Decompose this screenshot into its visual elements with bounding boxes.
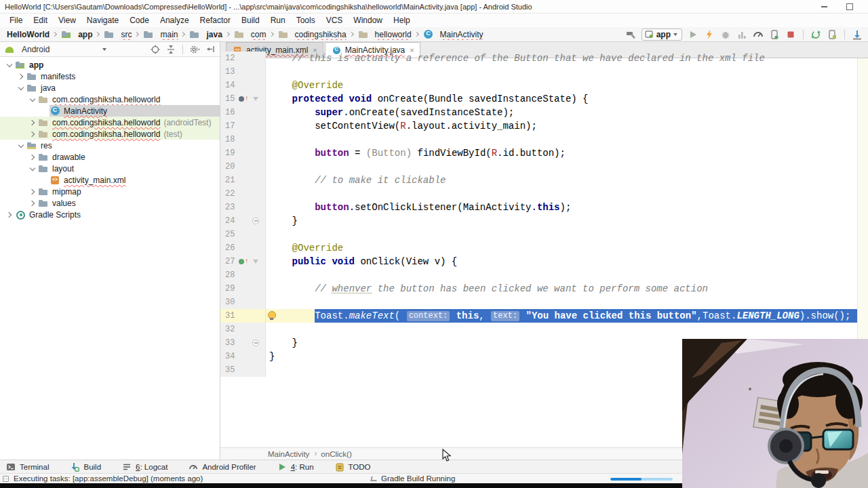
minimize-icon[interactable] — [814, 1, 834, 12]
crumb-HelloWorld[interactable]: HelloWorld — [7, 30, 50, 39]
tree-item-com-codingshiksha-helloworld[interactable]: com.codingshiksha.helloworld — [0, 94, 220, 105]
crumb-helloworld[interactable]: helloworld — [358, 29, 412, 40]
tree-item-manifests[interactable]: manifests — [0, 70, 220, 82]
stop-icon[interactable] — [785, 29, 796, 40]
tree-item-com-codingshiksha-helloworld[interactable]: com.codingshiksha.helloworld(androidTest… — [0, 117, 220, 128]
chevron-collapsed-icon[interactable] — [17, 73, 26, 81]
menu-refactor[interactable]: Refactor — [195, 14, 236, 26]
crumb-app[interactable]: app — [61, 29, 92, 40]
tree-item-drawable[interactable]: drawable — [0, 151, 220, 163]
menu-tools[interactable]: Tools — [291, 14, 321, 26]
menu-build[interactable]: Build — [236, 14, 265, 26]
code-line-21[interactable]: 21 // to make it clickable — [220, 174, 868, 187]
code-line-14[interactable]: 14 @Override — [220, 79, 868, 92]
code-line-12[interactable]: 12 // this is actually a reference of th… — [220, 52, 868, 65]
code-line-13[interactable]: 13 — [220, 65, 868, 79]
tree-item-java[interactable]: java — [0, 82, 220, 94]
run-configuration-select[interactable]: app — [642, 28, 682, 41]
tree-item-com-codingshiksha-helloworld[interactable]: com.codingshiksha.helloworld(test) — [0, 128, 220, 140]
code-line-27[interactable]: 27 public void onClick(View v) { — [220, 255, 868, 268]
menu-code[interactable]: Code — [124, 14, 155, 26]
chevron-expanded-icon[interactable] — [17, 142, 26, 150]
maximize-icon[interactable] — [840, 1, 860, 12]
code-line-17[interactable]: 17 setContentView(R.layout.activity_main… — [220, 119, 868, 133]
code-line-26[interactable]: 26 @Override — [220, 241, 868, 255]
menu-analyze[interactable]: Analyze — [155, 14, 195, 26]
code-line-30[interactable]: 30 — [220, 296, 868, 309]
chevron-collapsed-icon[interactable] — [5, 211, 15, 219]
tool-window-button-android-profiler[interactable]: Android Profiler — [188, 462, 256, 472]
fold-close-icon[interactable] — [252, 338, 260, 348]
menu-view[interactable]: View — [53, 14, 81, 26]
tool-window-button-terminal[interactable]: Terminal — [5, 462, 49, 472]
chevron-collapsed-icon[interactable] — [28, 119, 38, 127]
tree-item-mipmap[interactable]: mipmap — [0, 186, 220, 197]
implement-marker-icon[interactable] — [238, 257, 252, 266]
tree-item-mainactivity[interactable]: MainActivity — [0, 105, 220, 117]
override-marker-icon[interactable] — [238, 94, 252, 104]
menu-file[interactable]: File — [4, 14, 28, 26]
chevron-collapsed-icon[interactable] — [28, 130, 38, 138]
sdk-manager-icon[interactable] — [852, 29, 863, 40]
code-line-20[interactable]: 20 — [220, 160, 868, 174]
code-line-18[interactable]: 18 — [220, 133, 868, 146]
code-line-28[interactable]: 28 — [220, 268, 868, 282]
tree-item-res[interactable]: res — [0, 140, 220, 151]
tool-window-button-todo[interactable]: TODO — [334, 462, 371, 472]
chevron-expanded-icon[interactable] — [28, 96, 38, 104]
code-line-32[interactable]: 32 — [220, 323, 868, 336]
menu-window[interactable]: Window — [348, 14, 388, 26]
code-line-22[interactable]: 22 — [220, 187, 868, 201]
crumb-java[interactable]: java — [189, 29, 222, 40]
tool-window-button-logcat[interactable]: 6: Logcat — [121, 462, 167, 472]
code-line-25[interactable]: 25 — [220, 228, 868, 241]
chevron-collapsed-icon[interactable] — [28, 188, 38, 196]
tree-item-layout[interactable]: layout — [0, 163, 220, 174]
profile-icon[interactable] — [736, 29, 747, 40]
chevron-expanded-icon[interactable] — [5, 61, 15, 69]
code-line-29[interactable]: 29 // whenver the button has been clicke… — [220, 282, 868, 296]
tree-item-app[interactable]: app — [0, 59, 220, 70]
sync-icon[interactable] — [810, 29, 821, 40]
chevron-collapsed-icon[interactable] — [28, 199, 38, 207]
hide-panel-icon[interactable] — [205, 44, 216, 55]
menu-vcs[interactable]: VCS — [321, 14, 349, 26]
tool-window-button-build[interactable]: Build — [69, 462, 101, 472]
code-line-19[interactable]: 19 button = (Button) findViewById(R.id.b… — [220, 146, 868, 160]
menu-edit[interactable]: Edit — [28, 14, 53, 26]
fold-open-icon[interactable] — [252, 94, 260, 104]
tree-item-gradle-scripts[interactable]: Gradle Scripts — [0, 209, 220, 220]
fold-open-icon[interactable] — [252, 257, 260, 266]
code-line-23[interactable]: 23 button.setOnClickListener(MainActivit… — [220, 201, 868, 214]
chevron-expanded-icon[interactable] — [28, 165, 38, 173]
menu-run[interactable]: Run — [265, 14, 291, 26]
settings-icon[interactable] — [189, 44, 200, 55]
avd-manager-icon[interactable] — [827, 29, 837, 40]
run-icon[interactable] — [688, 29, 698, 40]
code-line-15[interactable]: 15 protected void onCreate(Bundle savedI… — [220, 92, 868, 106]
menu-navigate[interactable]: Navigate — [81, 14, 124, 26]
menu-help[interactable]: Help — [388, 14, 416, 26]
run-device-icon[interactable] — [769, 29, 780, 40]
code-line-16[interactable]: 16 super.onCreate(savedInstanceState); — [220, 106, 868, 119]
code-line-31[interactable]: 31 Toast.makeText( context: this, text: … — [220, 309, 868, 323]
crumb-MainActivity[interactable]: MainActivity — [423, 29, 484, 40]
hammer-icon[interactable] — [625, 29, 636, 40]
intention-bulb-icon[interactable] — [268, 311, 275, 321]
tree-item-values[interactable]: values — [0, 197, 220, 209]
debug-icon[interactable] — [720, 29, 731, 40]
breadcrumb-method[interactable]: onClick() — [321, 450, 351, 458]
profiler-icon[interactable] — [753, 29, 764, 40]
tool-window-switcher-icon[interactable] — [3, 476, 9, 482]
crumb-src[interactable]: src — [104, 29, 132, 40]
chevron-expanded-icon[interactable] — [17, 84, 26, 92]
crumb-codingshiksha[interactable]: codingshiksha — [278, 29, 347, 40]
apply-changes-icon[interactable] — [704, 29, 715, 40]
fold-close-icon[interactable] — [252, 216, 260, 226]
tool-window-button-run[interactable]: 4: Run — [277, 462, 314, 472]
breadcrumb-class[interactable]: MainActivity — [268, 450, 309, 458]
code-line-24[interactable]: 24 } — [220, 214, 868, 228]
collapse-all-icon[interactable] — [165, 44, 176, 55]
chevron-down-icon[interactable] — [102, 48, 106, 51]
locate-icon[interactable] — [150, 44, 161, 55]
